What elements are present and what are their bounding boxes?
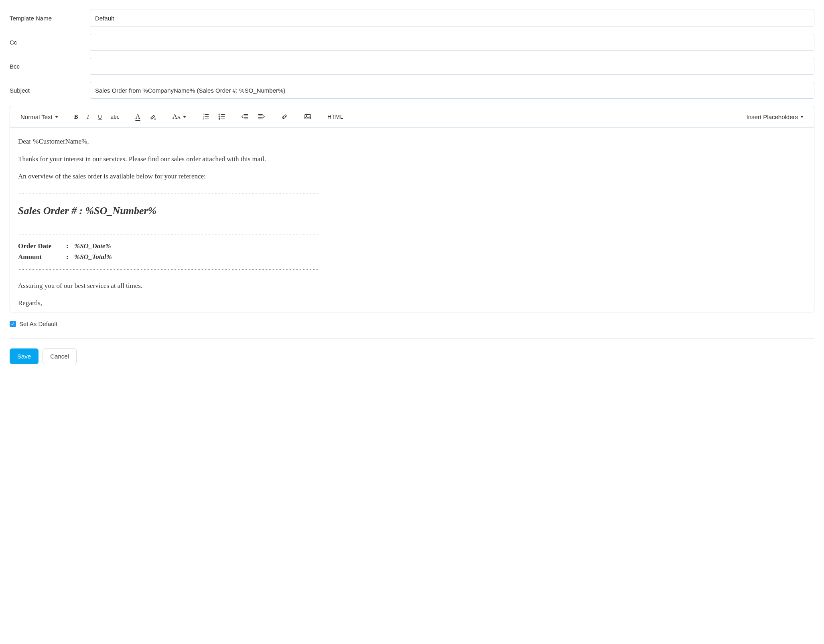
row-colon: : <box>66 251 74 263</box>
block-format-label: Normal Text <box>20 113 53 120</box>
save-button[interactable]: Save <box>10 348 39 364</box>
chevron-down-icon <box>55 116 58 118</box>
link-button[interactable] <box>278 111 291 122</box>
html-source-button[interactable]: HTML <box>324 112 347 122</box>
body-closing1: Assuring you of our best services at all… <box>18 281 806 291</box>
chevron-down-icon <box>800 116 804 118</box>
bold-button[interactable]: B <box>71 112 81 122</box>
template-name-input[interactable] <box>90 10 814 26</box>
svg-text:3: 3 <box>203 118 204 120</box>
body-line2: An overview of the sales order is availa… <box>18 171 806 182</box>
table-row: Order Date:%SO_Date% <box>18 241 115 252</box>
body-dash-2: ----------------------------------------… <box>18 230 806 238</box>
insert-placeholders-label: Insert Placeholders <box>747 113 798 120</box>
row-key: Order Date <box>18 241 66 252</box>
row-value: %SO_Date% <box>74 241 115 252</box>
indent-button[interactable] <box>254 111 268 122</box>
editor-container: Normal Text B I U abc A AA 123 <box>10 106 814 312</box>
block-format-dropdown[interactable]: Normal Text <box>17 112 61 122</box>
editor-toolbar: Normal Text B I U abc A AA 123 <box>10 106 814 128</box>
ordered-list-button[interactable]: 123 <box>199 111 213 122</box>
svg-point-6 <box>219 114 220 115</box>
template-name-label: Template Name <box>10 15 90 22</box>
subject-label: Subject <box>10 87 90 94</box>
action-footer: Save Cancel <box>10 338 814 364</box>
cancel-button[interactable]: Cancel <box>43 348 77 364</box>
svg-text:1: 1 <box>203 113 204 115</box>
outdent-button[interactable] <box>238 111 252 122</box>
order-summary-table: Order Date:%SO_Date%Amount:%SO_Total% <box>18 241 115 263</box>
svg-point-7 <box>219 116 220 117</box>
unordered-list-button[interactable] <box>215 111 229 122</box>
body-dash-3: ----------------------------------------… <box>18 265 806 273</box>
strikethrough-button[interactable]: abc <box>108 112 123 122</box>
cc-input[interactable] <box>90 34 814 51</box>
insert-placeholders-dropdown[interactable]: Insert Placeholders <box>743 112 807 122</box>
table-row: Amount:%SO_Total% <box>18 251 115 263</box>
cc-label: Cc <box>10 39 90 46</box>
font-size-dropdown[interactable]: AA <box>169 111 189 122</box>
set-as-default-checkbox[interactable] <box>10 321 16 327</box>
image-button[interactable] <box>301 111 315 122</box>
font-color-button[interactable]: A <box>132 111 143 122</box>
background-color-button[interactable] <box>146 111 160 122</box>
chevron-down-icon <box>183 116 186 118</box>
row-colon: : <box>66 241 74 252</box>
set-as-default-label: Set As Default <box>19 320 57 327</box>
svg-point-21 <box>306 115 307 117</box>
subject-input[interactable] <box>90 82 814 99</box>
body-closing2: Regards, <box>18 298 806 308</box>
row-key: Amount <box>18 251 66 263</box>
body-greeting: Dear %CustomerName%, <box>18 136 806 147</box>
svg-rect-20 <box>305 115 311 119</box>
underline-button[interactable]: U <box>95 112 106 122</box>
body-order-heading: Sales Order # : %SO_Number% <box>18 203 806 219</box>
svg-text:2: 2 <box>203 116 204 118</box>
bcc-input[interactable] <box>90 58 814 75</box>
italic-button[interactable]: I <box>84 112 92 122</box>
bcc-label: Bcc <box>10 63 90 70</box>
body-line1: Thanks for your interest in our services… <box>18 154 806 164</box>
row-value: %SO_Total% <box>74 251 115 263</box>
editor-body[interactable]: Dear %CustomerName%, Thanks for your int… <box>10 128 814 312</box>
svg-point-8 <box>219 118 220 119</box>
body-dash-1: ----------------------------------------… <box>18 189 806 197</box>
